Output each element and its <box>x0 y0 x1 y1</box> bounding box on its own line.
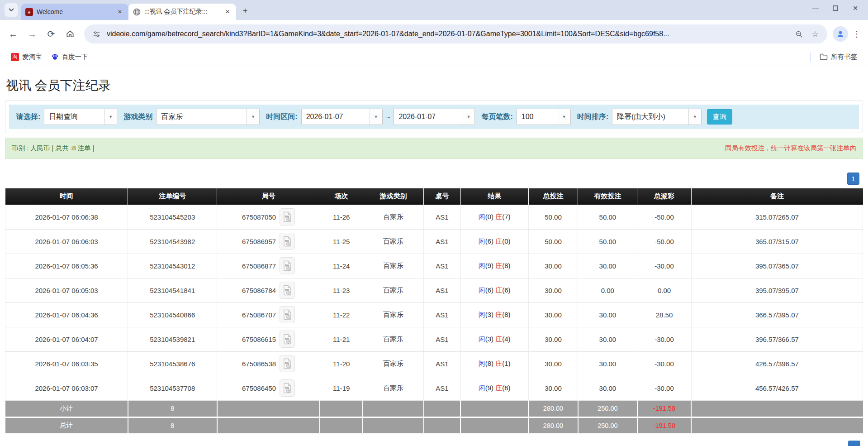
date-start-input[interactable]: 2026-01-07 ▼ <box>301 109 383 125</box>
video-replay-button[interactable] <box>280 233 295 250</box>
query-mode-select[interactable]: 日期查询 ▼ <box>44 109 117 125</box>
tab-welcome[interactable]: Welcome ✕ <box>21 4 128 20</box>
tab-bet-record[interactable]: :::视讯 会员下注纪录::: ✕ <box>128 4 236 20</box>
chevron-down-icon[interactable]: ▼ <box>370 109 382 125</box>
banker-result-value: (7) <box>502 213 510 221</box>
video-replay-button[interactable] <box>280 355 295 372</box>
remark-cell: 395.07/365.07 <box>691 254 863 278</box>
round-number: 675087050 <box>242 213 276 221</box>
bookmark-star-icon[interactable]: ☆ <box>809 28 821 40</box>
chevron-down-icon[interactable]: ▼ <box>688 109 701 125</box>
search-button[interactable]: 查询 <box>707 109 732 125</box>
bookmark-aitaobao[interactable]: 淘 爱淘宝 <box>6 50 47 63</box>
game-category-cell: 百家乐 <box>363 278 424 302</box>
player-result-value: (0) <box>485 213 496 221</box>
game-category-select[interactable]: 百家乐 ▼ <box>156 109 260 125</box>
chevron-down-icon[interactable]: ▼ <box>558 109 570 125</box>
new-tab-button[interactable]: + <box>239 5 251 17</box>
session-cell: 11-25 <box>320 229 363 254</box>
video-record-icon <box>283 309 292 320</box>
all-bookmarks-button[interactable]: 所有书签 <box>815 50 862 63</box>
game-category-cell: 百家乐 <box>363 229 424 254</box>
result-cell: 闲(8) 庄(1) <box>460 351 528 376</box>
time-cell: 2026-01-07 06:04:36 <box>5 302 128 327</box>
table-row: 2026-01-07 06:05:36 523104543012 6750868… <box>5 254 863 278</box>
page-size-select[interactable]: 100 ▼ <box>517 109 571 125</box>
site-settings-icon[interactable] <box>90 28 102 40</box>
pagination-top: 1 <box>5 163 863 188</box>
total-bet-cell[interactable]: 30.00 <box>528 302 578 327</box>
video-replay-button[interactable] <box>280 331 295 348</box>
summary-value-cell <box>691 417 863 434</box>
reload-button[interactable]: ⟳ <box>43 25 60 43</box>
total-bet-cell[interactable]: 50.00 <box>528 205 578 229</box>
session-cell: 11-22 <box>320 302 363 327</box>
table-number-cell: AS1 <box>424 376 461 400</box>
currency-summary-text: 币别 : 人民币 | 总共 :8 注单 | <box>12 144 94 153</box>
video-replay-button[interactable] <box>280 379 295 397</box>
session-cell: 11-26 <box>320 205 363 229</box>
video-replay-button[interactable] <box>280 306 295 323</box>
forward-button[interactable]: → <box>24 25 41 43</box>
sort-value: 降幂(由大到小) <box>612 109 688 125</box>
player-result-value: (6) <box>485 286 496 294</box>
chevron-down-icon[interactable]: ▼ <box>104 109 117 125</box>
game-category-cell: 百家乐 <box>363 302 424 327</box>
page-1-button[interactable]: 1 <box>847 173 859 185</box>
address-bar[interactable]: videoie.com/game/betrecord_search/kind3?… <box>84 24 827 43</box>
total-bet-cell[interactable]: 30.00 <box>528 278 578 302</box>
session-cell: 11-23 <box>320 278 363 302</box>
summary-value-cell <box>691 400 863 417</box>
tab-close-icon[interactable]: ✕ <box>223 8 232 16</box>
video-replay-button[interactable] <box>280 282 295 299</box>
all-bookmarks-label: 所有书签 <box>831 53 857 61</box>
total-bet-cell[interactable]: 30.00 <box>528 254 578 278</box>
minimize-button[interactable]: — <box>806 1 825 15</box>
sort-select[interactable]: 降幂(由大到小) ▼ <box>612 109 702 125</box>
baidu-paw-icon <box>51 53 59 61</box>
date-end-input[interactable]: 2026-01-07 ▼ <box>394 109 475 125</box>
table-row: 2026-01-07 06:04:36 523104540866 6750867… <box>5 302 863 327</box>
column-header: 注单编号 <box>128 188 217 205</box>
total-bet-cell[interactable]: 50.00 <box>528 229 578 254</box>
player-result-label: 闲 <box>479 237 485 245</box>
total-bet-cell[interactable]: 30.00 <box>528 327 578 351</box>
payout-cell: -30.00 <box>637 376 691 400</box>
date-range-label: 时间区间: <box>266 112 297 122</box>
maximize-button[interactable] <box>825 1 845 15</box>
time-cell: 2026-01-07 06:06:03 <box>5 229 128 254</box>
person-icon <box>836 29 845 38</box>
browser-menu-button[interactable]: ⋮ <box>850 26 863 42</box>
banker-result-value: (6) <box>502 286 510 294</box>
column-header: 结果 <box>460 188 528 205</box>
bookmark-baidu[interactable]: 百度一下 <box>47 50 93 63</box>
payout-cell: 28.50 <box>637 302 691 327</box>
table-row: 2026-01-07 06:06:03 523104543982 6750869… <box>5 229 863 254</box>
video-replay-button[interactable] <box>280 257 295 274</box>
table-number-cell: AS1 <box>424 327 461 351</box>
chevron-down-icon <box>9 8 14 12</box>
valid-bet-cell: 50.00 <box>578 229 637 254</box>
tab-search-button[interactable] <box>5 3 18 17</box>
video-replay-button[interactable] <box>280 208 295 225</box>
tab-title: :::视讯 会员下注纪录::: <box>144 8 220 16</box>
valid-bet-cell: 50.00 <box>578 205 637 229</box>
result-cell: 闲(3) 庄(4) <box>460 327 528 351</box>
query-mode-value: 日期查询 <box>44 109 104 125</box>
total-bet-cell[interactable]: 30.00 <box>528 351 578 376</box>
sort-label: 时间排序: <box>577 112 608 122</box>
banker-result-label: 庄 <box>495 286 502 294</box>
home-button[interactable] <box>62 25 79 43</box>
url-text[interactable]: videoie.com/game/betrecord_search/kind3?… <box>107 30 788 38</box>
close-window-button[interactable]: ✕ <box>845 1 865 15</box>
profile-avatar[interactable] <box>833 26 848 42</box>
page-1-button-bottom-partial[interactable] <box>848 441 860 446</box>
result-cell: 闲(6) 庄(0) <box>460 229 528 254</box>
tab-close-icon[interactable]: ✕ <box>116 8 124 16</box>
summary-value-cell <box>460 417 528 434</box>
zoom-level-icon[interactable] <box>793 28 805 40</box>
back-button[interactable]: ← <box>5 25 22 43</box>
chevron-down-icon[interactable]: ▼ <box>462 109 474 125</box>
chevron-down-icon[interactable]: ▼ <box>247 109 259 125</box>
total-bet-cell[interactable]: 30.00 <box>528 376 578 400</box>
